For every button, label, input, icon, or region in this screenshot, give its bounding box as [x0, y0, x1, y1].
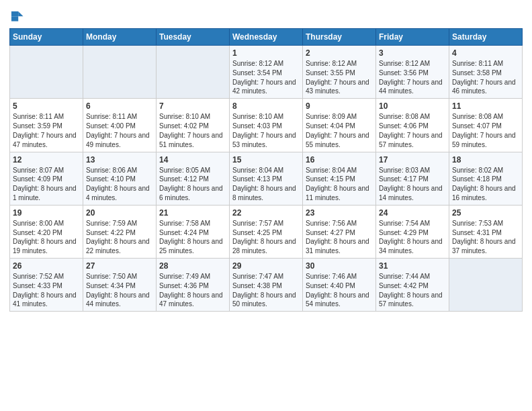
day-number: 23	[306, 208, 373, 218]
header	[9, 7, 523, 24]
day-cell: 29Sunrise: 7:47 AM Sunset: 4:38 PM Dayli…	[230, 259, 303, 312]
day-number: 30	[306, 261, 373, 271]
day-cell: 24Sunrise: 7:54 AM Sunset: 4:29 PM Dayli…	[376, 205, 449, 258]
day-info: Sunrise: 7:46 AM Sunset: 4:40 PM Dayligh…	[306, 273, 369, 308]
day-number: 16	[306, 154, 373, 165]
day-info: Sunrise: 8:05 AM Sunset: 4:12 PM Dayligh…	[159, 167, 223, 201]
day-info: Sunrise: 8:08 AM Sunset: 4:06 PM Dayligh…	[379, 113, 443, 148]
day-cell: 2Sunrise: 8:12 AM Sunset: 3:55 PM Daylig…	[303, 46, 376, 99]
day-number: 17	[379, 154, 446, 165]
day-number: 31	[379, 261, 446, 271]
day-info: Sunrise: 7:54 AM Sunset: 4:29 PM Dayligh…	[379, 220, 443, 255]
day-cell	[157, 46, 230, 99]
day-cell: 3Sunrise: 8:12 AM Sunset: 3:56 PM Daylig…	[376, 46, 449, 99]
day-number: 5	[13, 101, 80, 111]
day-number: 26	[13, 261, 80, 271]
day-number: 13	[86, 154, 153, 165]
day-info: Sunrise: 7:57 AM Sunset: 4:25 PM Dayligh…	[232, 220, 296, 255]
day-number: 15	[232, 154, 300, 165]
day-cell: 14Sunrise: 8:05 AM Sunset: 4:12 PM Dayli…	[157, 152, 230, 205]
day-cell: 26Sunrise: 7:52 AM Sunset: 4:33 PM Dayli…	[10, 259, 83, 312]
day-cell: 5Sunrise: 8:11 AM Sunset: 3:59 PM Daylig…	[10, 99, 83, 152]
header-cell-thursday: Thursday	[303, 29, 376, 46]
day-number: 7	[159, 101, 226, 111]
day-number: 25	[452, 208, 519, 218]
day-number: 19	[13, 208, 80, 218]
header-cell-tuesday: Tuesday	[157, 29, 230, 46]
calendar-body: 1Sunrise: 8:12 AM Sunset: 3:54 PM Daylig…	[10, 46, 523, 312]
day-info: Sunrise: 7:47 AM Sunset: 4:38 PM Dayligh…	[232, 273, 296, 308]
day-info: Sunrise: 7:59 AM Sunset: 4:22 PM Dayligh…	[86, 220, 150, 255]
day-info: Sunrise: 8:12 AM Sunset: 3:55 PM Dayligh…	[306, 60, 369, 95]
calendar-header: SundayMondayTuesdayWednesdayThursdayFrid…	[10, 29, 523, 46]
calendar-table: SundayMondayTuesdayWednesdayThursdayFrid…	[9, 28, 523, 312]
week-row-1: 1Sunrise: 8:12 AM Sunset: 3:54 PM Daylig…	[10, 46, 523, 99]
day-number: 1	[232, 48, 300, 58]
day-info: Sunrise: 7:49 AM Sunset: 4:36 PM Dayligh…	[159, 273, 223, 308]
day-number: 2	[306, 48, 373, 58]
day-cell: 19Sunrise: 8:00 AM Sunset: 4:20 PM Dayli…	[10, 205, 83, 258]
day-info: Sunrise: 8:00 AM Sunset: 4:20 PM Dayligh…	[13, 220, 77, 255]
day-cell: 16Sunrise: 8:04 AM Sunset: 4:15 PM Dayli…	[303, 152, 376, 205]
day-cell: 20Sunrise: 7:59 AM Sunset: 4:22 PM Dayli…	[83, 205, 157, 258]
day-cell: 30Sunrise: 7:46 AM Sunset: 4:40 PM Dayli…	[303, 259, 376, 312]
day-number: 22	[232, 208, 300, 218]
day-cell: 6Sunrise: 8:11 AM Sunset: 4:00 PM Daylig…	[83, 99, 157, 152]
day-cell: 23Sunrise: 7:56 AM Sunset: 4:27 PM Dayli…	[303, 205, 376, 258]
day-cell	[449, 259, 523, 312]
day-info: Sunrise: 7:44 AM Sunset: 4:42 PM Dayligh…	[379, 273, 443, 308]
day-info: Sunrise: 7:56 AM Sunset: 4:27 PM Dayligh…	[306, 220, 369, 255]
day-number: 12	[13, 154, 80, 165]
day-number: 24	[379, 208, 446, 218]
day-number: 29	[232, 261, 300, 271]
day-number: 21	[159, 208, 226, 218]
day-number: 18	[452, 154, 519, 165]
svg-marker-0	[18, 11, 23, 16]
day-number: 6	[86, 101, 153, 111]
day-info: Sunrise: 7:58 AM Sunset: 4:24 PM Dayligh…	[159, 220, 223, 255]
day-cell: 17Sunrise: 8:03 AM Sunset: 4:17 PM Dayli…	[376, 152, 449, 205]
day-number: 9	[306, 101, 373, 111]
day-number: 10	[379, 101, 446, 111]
svg-rect-1	[11, 11, 18, 16]
day-cell: 13Sunrise: 8:06 AM Sunset: 4:10 PM Dayli…	[83, 152, 157, 205]
day-info: Sunrise: 7:53 AM Sunset: 4:31 PM Dayligh…	[452, 220, 516, 255]
day-cell: 22Sunrise: 7:57 AM Sunset: 4:25 PM Dayli…	[230, 205, 303, 258]
day-cell: 9Sunrise: 8:09 AM Sunset: 4:04 PM Daylig…	[303, 99, 376, 152]
day-info: Sunrise: 8:03 AM Sunset: 4:17 PM Dayligh…	[379, 167, 443, 201]
day-info: Sunrise: 8:04 AM Sunset: 4:13 PM Dayligh…	[232, 167, 296, 201]
header-row: SundayMondayTuesdayWednesdayThursdayFrid…	[10, 29, 523, 46]
day-number: 3	[379, 48, 446, 58]
day-number: 20	[86, 208, 153, 218]
day-cell: 15Sunrise: 8:04 AM Sunset: 4:13 PM Dayli…	[230, 152, 303, 205]
header-cell-sunday: Sunday	[10, 29, 83, 46]
day-cell: 11Sunrise: 8:08 AM Sunset: 4:07 PM Dayli…	[449, 99, 523, 152]
logo	[9, 9, 26, 24]
day-number: 27	[86, 261, 153, 271]
day-cell: 8Sunrise: 8:10 AM Sunset: 4:03 PM Daylig…	[230, 99, 303, 152]
week-row-3: 12Sunrise: 8:07 AM Sunset: 4:09 PM Dayli…	[10, 152, 523, 205]
day-cell: 7Sunrise: 8:10 AM Sunset: 4:02 PM Daylig…	[157, 99, 230, 152]
day-info: Sunrise: 8:10 AM Sunset: 4:03 PM Dayligh…	[232, 113, 296, 148]
day-info: Sunrise: 8:04 AM Sunset: 4:15 PM Dayligh…	[306, 167, 369, 201]
day-info: Sunrise: 8:11 AM Sunset: 4:00 PM Dayligh…	[86, 113, 150, 148]
day-number: 8	[232, 101, 300, 111]
day-info: Sunrise: 8:11 AM Sunset: 3:58 PM Dayligh…	[452, 60, 516, 95]
day-cell: 4Sunrise: 8:11 AM Sunset: 3:58 PM Daylig…	[449, 46, 523, 99]
day-cell: 25Sunrise: 7:53 AM Sunset: 4:31 PM Dayli…	[449, 205, 523, 258]
day-number: 11	[452, 101, 519, 111]
day-info: Sunrise: 8:11 AM Sunset: 3:59 PM Dayligh…	[13, 113, 77, 148]
day-info: Sunrise: 8:07 AM Sunset: 4:09 PM Dayligh…	[13, 167, 77, 201]
page: SundayMondayTuesdayWednesdayThursdayFrid…	[0, 0, 532, 411]
header-cell-saturday: Saturday	[449, 29, 523, 46]
day-cell: 12Sunrise: 8:07 AM Sunset: 4:09 PM Dayli…	[10, 152, 83, 205]
day-number: 28	[159, 261, 226, 271]
header-cell-monday: Monday	[83, 29, 157, 46]
day-cell: 31Sunrise: 7:44 AM Sunset: 4:42 PM Dayli…	[376, 259, 449, 312]
day-info: Sunrise: 8:12 AM Sunset: 3:56 PM Dayligh…	[379, 60, 443, 95]
day-info: Sunrise: 7:52 AM Sunset: 4:33 PM Dayligh…	[13, 273, 77, 308]
header-cell-friday: Friday	[376, 29, 449, 46]
day-number: 14	[159, 154, 226, 165]
day-info: Sunrise: 8:08 AM Sunset: 4:07 PM Dayligh…	[452, 113, 516, 148]
day-cell: 21Sunrise: 7:58 AM Sunset: 4:24 PM Dayli…	[157, 205, 230, 258]
